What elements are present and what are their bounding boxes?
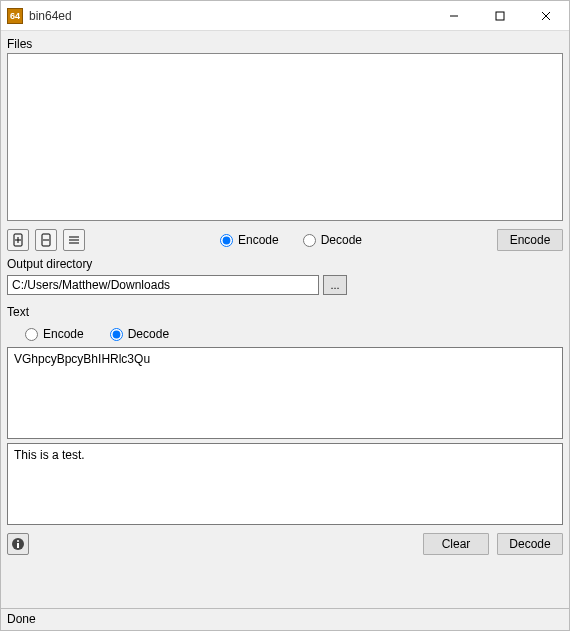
close-icon [541, 11, 551, 21]
status-bar: Done [1, 608, 569, 630]
files-mode-decode[interactable]: Decode [303, 233, 362, 247]
window-title: bin64ed [29, 9, 72, 23]
text-mode-decode[interactable]: Decode [110, 327, 169, 341]
svg-rect-1 [496, 12, 504, 20]
list-icon [67, 233, 81, 247]
app-icon: 64 [7, 8, 23, 24]
files-mode-decode-label: Decode [321, 233, 362, 247]
list-options-button[interactable] [63, 229, 85, 251]
browse-button[interactable]: ... [323, 275, 347, 295]
clear-button[interactable]: Clear [423, 533, 489, 555]
text-mode-decode-radio[interactable] [110, 328, 123, 341]
output-dir-label: Output directory [7, 257, 563, 271]
minimize-button[interactable] [431, 1, 477, 31]
remove-file-icon [39, 233, 53, 247]
text-mode-decode-label: Decode [128, 327, 169, 341]
text-input-area[interactable] [7, 347, 563, 439]
maximize-icon [495, 11, 505, 21]
text-mode-encode-label: Encode [43, 327, 84, 341]
text-mode-group: Encode Decode [7, 323, 563, 343]
remove-file-button[interactable] [35, 229, 57, 251]
files-mode-group: Encode Decode [91, 233, 491, 247]
minimize-icon [449, 11, 459, 21]
text-label: Text [7, 305, 563, 319]
svg-point-13 [17, 540, 19, 542]
text-mode-encode[interactable]: Encode [25, 327, 84, 341]
files-list[interactable] [7, 53, 563, 221]
svg-rect-14 [17, 543, 19, 548]
maximize-button[interactable] [477, 1, 523, 31]
output-dir-input[interactable] [7, 275, 319, 295]
add-file-button[interactable] [7, 229, 29, 251]
titlebar: 64 bin64ed [1, 1, 569, 31]
files-mode-decode-radio[interactable] [303, 234, 316, 247]
files-label: Files [7, 37, 563, 51]
status-text: Done [7, 612, 36, 626]
text-output-area[interactable] [7, 443, 563, 525]
files-mode-encode[interactable]: Encode [220, 233, 279, 247]
files-action-button[interactable]: Encode [497, 229, 563, 251]
text-action-button[interactable]: Decode [497, 533, 563, 555]
files-mode-encode-label: Encode [238, 233, 279, 247]
add-file-icon [11, 233, 25, 247]
files-mode-encode-radio[interactable] [220, 234, 233, 247]
close-button[interactable] [523, 1, 569, 31]
info-button[interactable] [7, 533, 29, 555]
info-icon [11, 537, 25, 551]
text-mode-encode-radio[interactable] [25, 328, 38, 341]
